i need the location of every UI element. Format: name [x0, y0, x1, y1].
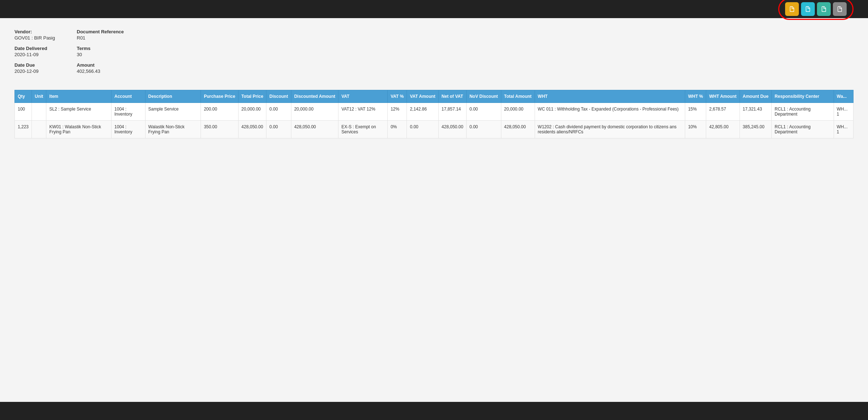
date-due-label: Date Due — [14, 62, 55, 68]
data-table-wrapper: Qty Unit Item Account Description Purcha… — [14, 90, 854, 138]
col-nov-discount: NoV Discount — [466, 90, 501, 103]
col-discounted-amount: Discounted Amount — [291, 90, 338, 103]
doc-reference-value: R01 — [77, 35, 124, 41]
col-amount-due: Amount Due — [740, 90, 771, 103]
vendor-value: GOV01 : BIR Pasig — [14, 35, 55, 41]
col-wht-amount: WHT Amount — [706, 90, 740, 103]
col-wa: Wa... — [834, 90, 853, 103]
table-row: 1,223KW01 : Walastik Non-Stick Frying Pa… — [15, 121, 854, 138]
col-responsibility-center: Responsibility Center — [772, 90, 834, 103]
date-due-value: 2020-12-09 — [14, 68, 55, 74]
terms-label: Terms — [77, 46, 124, 51]
export-excel-button[interactable] — [817, 2, 831, 16]
col-wht: WHT — [535, 90, 685, 103]
col-unit: Unit — [32, 90, 46, 103]
data-table: Qty Unit Item Account Description Purcha… — [14, 90, 854, 138]
bottom-bar — [0, 402, 868, 420]
main-content: Vendor: GOV01 : BIR Pasig Date Delivered… — [0, 18, 868, 402]
col-item: Item — [46, 90, 111, 103]
table-header-row: Qty Unit Item Account Description Purcha… — [15, 90, 854, 103]
top-bar — [0, 0, 868, 18]
amount-value: 402,566.43 — [77, 68, 124, 74]
doc-reference-label: Document Reference — [77, 29, 124, 34]
col-total-price: Total Price — [238, 90, 266, 103]
terms-value: 30 — [77, 52, 124, 57]
export-word-button[interactable] — [801, 2, 815, 16]
toolbar-buttons-container — [778, 0, 854, 20]
date-delivered-value: 2020-11-09 — [14, 52, 55, 57]
col-total-amount: Total Amount — [501, 90, 535, 103]
col-vat-pct: VAT % — [388, 90, 407, 103]
info-right-col: Document Reference R01 Terms 30 Amount 4… — [77, 29, 124, 79]
col-description: Description — [145, 90, 201, 103]
col-account: Account — [111, 90, 145, 103]
col-discount: Discount — [266, 90, 291, 103]
col-vat-amount: VAT Amount — [407, 90, 438, 103]
col-vat: VAT — [338, 90, 388, 103]
col-qty: Qty — [15, 90, 32, 103]
info-left-col: Vendor: GOV01 : BIR Pasig Date Delivered… — [14, 29, 55, 79]
table-row: 100SL2 : Sample Service1004 : InventoryS… — [15, 103, 854, 121]
vendor-label: Vendor: — [14, 29, 55, 34]
col-purchase-price: Purchase Price — [201, 90, 239, 103]
date-delivered-label: Date Delivered — [14, 46, 55, 51]
col-net-of-vat: Net of VAT — [438, 90, 466, 103]
amount-label: Amount — [77, 62, 124, 68]
col-wht-pct: WHT % — [685, 90, 706, 103]
info-section: Vendor: GOV01 : BIR Pasig Date Delivered… — [14, 29, 854, 79]
print-button[interactable] — [833, 2, 847, 16]
export-pdf-button[interactable] — [785, 2, 799, 16]
